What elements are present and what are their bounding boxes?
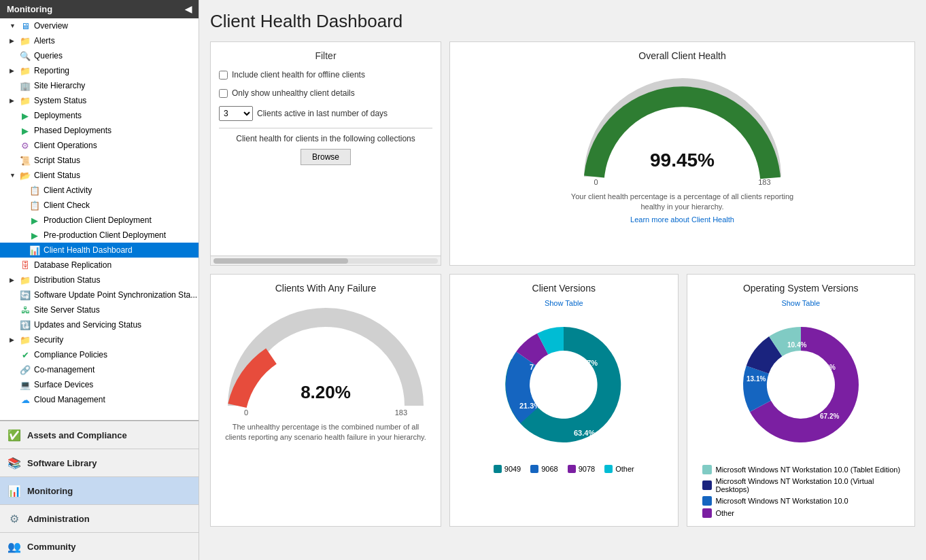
sidebar-item-client-status[interactable]: ▼📂Client Status [0,168,199,183]
client-act-icon: 📋 [29,185,41,196]
client-versions-show-table[interactable]: Show Table [458,299,670,307]
filter-hscroll[interactable] [211,256,441,265]
checkbox-offline[interactable] [219,71,228,80]
sidebar-item-client-check[interactable]: 📋Client Check [0,198,199,213]
sidebar-item-reporting[interactable]: ▶📁Reporting [0,63,199,78]
sidebar-item-compliance-policies[interactable]: ✔Compliance Policies [0,347,199,362]
sidebar-tree: ▼🖥Overview▶📁Alerts🔍Queries▶📁Reporting🏢Si… [0,18,199,420]
sidebar-item-label: Script Status [34,156,80,165]
nav-item-administration[interactable]: ⚙Administration [0,504,199,532]
svg-text:67.2%: 67.2% [820,413,839,420]
folder-icon: 📁 [19,334,31,345]
sidebar: Monitoring ◀ ▼🖥Overview▶📁Alerts🔍Queries▶… [0,0,199,560]
filter-row-unhealthy: Only show unhealthy client details [219,88,432,99]
query-icon: 🔍 [19,50,31,61]
filter-hscroll-thumb [213,258,348,264]
svg-text:10.4%: 10.4% [787,341,806,349]
compliance-icon: ✔ [19,349,31,360]
overall-health-max: 183 [758,178,770,186]
days-select[interactable]: 123571430 [219,106,253,121]
sidebar-item-distribution-status[interactable]: ▶📁Distribution Status [0,273,199,287]
sidebar-item-phased-deployments[interactable]: ▶Phased Deployments [0,123,199,138]
legend-virtual: Microsoft Windows NT Workstation 10.0 (V… [702,477,907,493]
sidebar-collapse-icon[interactable]: ◀ [185,4,192,14]
sidebar-item-client-health-dashboard[interactable]: 📊Client Health Dashboard [0,243,199,258]
nav-item-label: Software Library [27,458,97,468]
nav-item-monitoring[interactable]: 📊Monitoring [0,476,199,504]
sidebar-item-surface-devices[interactable]: 💻Surface Devices [0,377,199,392]
assets-icon: ✅ [7,427,22,442]
clients-failure-max: 183 [395,408,407,417]
clients-failure-gauge-container: 8.20% 0 183 The unhealthy percentage is … [219,300,432,443]
software-icon: 📚 [7,455,22,470]
expand-icon: ▶ [10,67,19,74]
sidebar-item-label: Updates and Servicing Status [34,320,141,330]
sidebar-item-updates-servicing[interactable]: 🔃Updates and Servicing Status [0,317,199,332]
clients-failure-min: 0 [244,408,248,417]
overall-health-min: 0 [594,178,598,186]
client-versions-panel: Client Versions Show Table [449,274,679,527]
filter-divider [219,128,432,128]
sidebar-item-label: Reporting [34,66,69,75]
sidebar-item-cloud-management[interactable]: ☁Cloud Management [0,392,199,407]
checkbox-unhealthy[interactable] [219,89,228,98]
sidebar-item-script-status[interactable]: 📜Script Status [0,153,199,168]
sidebar-item-co-management[interactable]: 🔗Co-management [0,362,199,377]
deploy-icon: ▶ [29,215,41,226]
sidebar-item-label: Cloud Management [34,395,105,404]
client-versions-svg: 7.7% 7.7% 21.3% 63.4% [482,310,645,459]
os-versions-title: Operating System Versions [696,283,907,294]
sidebar-item-label: Client Check [44,200,90,210]
deploy-icon: ▶ [29,230,41,241]
sidebar-item-deployments[interactable]: ▶Deployments [0,108,199,123]
nav-item-software-library[interactable]: 📚Software Library [0,449,199,476]
sidebar-item-client-activity[interactable]: 📋Client Activity [0,183,199,198]
clients-failure-panel: Clients With Any Failure 8.20% 0 183 The… [210,274,441,527]
os-versions-svg: 8.3% 10.4% 13.1% 67.2% [719,310,882,459]
sidebar-item-system-status[interactable]: ▶📁System Status [0,93,199,108]
overall-health-gauge [574,68,791,190]
svg-text:63.4%: 63.4% [574,429,595,437]
nav-item-label: Monitoring [27,486,73,496]
surface-icon: 💻 [19,379,31,390]
sidebar-item-database-replication[interactable]: 🗄Database Replication [0,258,199,273]
os-versions-show-table[interactable]: Show Table [696,299,907,307]
os-versions-panel: Operating System Versions Show Table [687,274,916,527]
legend-9078: 9078 [568,465,595,473]
overall-health-title: Overall Client Health [458,50,906,61]
monitoring-icon: 📊 [7,483,22,498]
browse-button[interactable]: Browse [301,149,351,165]
sidebar-item-production-client-deployment[interactable]: ▶Production Client Deployment [0,213,199,228]
client-versions-donut: 7.7% 7.7% 21.3% 63.4% 9049 9068 [458,310,670,473]
sidebar-item-label: Surface Devices [34,380,93,389]
sidebar-item-queries[interactable]: 🔍Queries [0,48,199,63]
overall-health-link[interactable]: Learn more about Client Health [630,215,734,224]
sidebar-item-label: Client Health Dashboard [44,245,133,255]
sidebar-item-label: Security [34,335,63,345]
nav-item-assets-compliance[interactable]: ✅Assets and Compliance [0,421,199,449]
svg-text:7.7%: 7.7% [581,359,598,367]
ops-icon: ⚙ [19,140,31,151]
overall-health-description: Your client health percentage is a perce… [567,192,798,213]
sidebar-item-alerts[interactable]: ▶📁Alerts [0,33,199,48]
os-versions-legend: Microsoft Windows NT Workstation 10.0 (T… [696,465,907,518]
folder-open-icon: 📂 [19,170,31,181]
clients-failure-gauge [224,300,428,423]
sidebar-item-site-server-status[interactable]: 🖧Site Server Status [0,302,199,317]
folder-icon: 📁 [19,35,31,46]
nav-item-community[interactable]: 👥Community [0,532,199,560]
filter-scroll-area: Include client health for offline client… [219,69,432,165]
sidebar-item-client-operations[interactable]: ⚙Client Operations [0,138,199,153]
sidebar-item-software-update-point[interactable]: 🔄Software Update Point Synchronization S… [0,287,199,302]
overall-health-range: 0 183 [594,178,771,186]
svg-text:13.1%: 13.1% [747,375,766,383]
sidebar-item-overview[interactable]: ▼🖥Overview [0,18,199,33]
sidebar-item-preproduction-client-deployment[interactable]: ▶Pre-production Client Deployment [0,228,199,243]
deploy-icon: ▶ [19,125,31,136]
sidebar-item-label: System Status [34,96,86,105]
sup-icon: 🔄 [19,290,31,300]
sidebar-item-site-hierarchy[interactable]: 🏢Site Hierarchy [0,78,199,93]
comanage-icon: 🔗 [19,364,31,375]
sidebar-item-security[interactable]: ▶📁Security [0,332,199,347]
sidebar-item-label: Distribution Status [34,275,100,285]
